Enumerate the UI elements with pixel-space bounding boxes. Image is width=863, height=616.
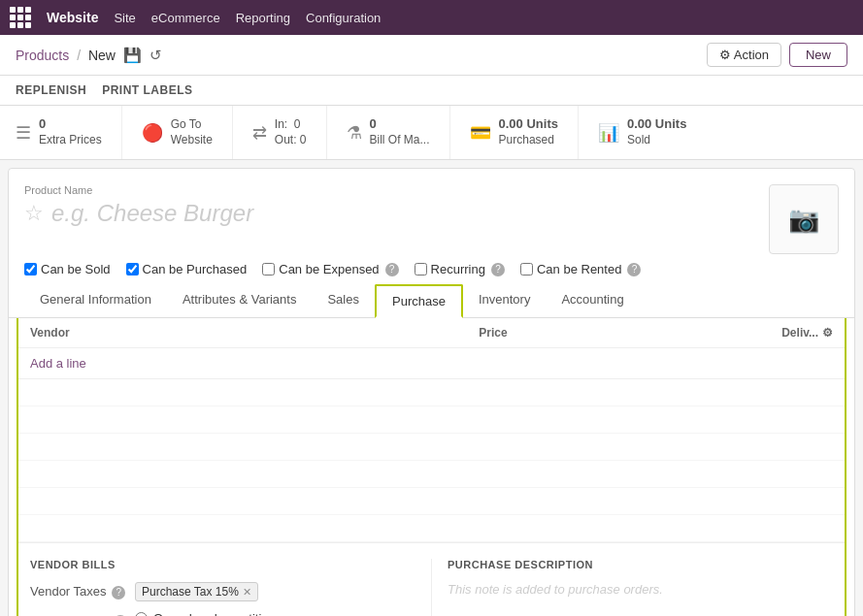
extra-prices-num: 0 <box>39 116 102 133</box>
top-nav: Website Site eCommerce Reporting Configu… <box>0 0 863 35</box>
transfer-icon: ⇄ <box>252 122 267 144</box>
purchased-num: 0.00 Units <box>499 116 558 133</box>
app-grid-icon[interactable] <box>10 7 31 28</box>
bom-label: Bill Of Ma... <box>370 133 430 148</box>
empty-row-4 <box>18 461 845 488</box>
stat-in-out[interactable]: ⇄ In: 0 Out: 0 <box>233 106 327 159</box>
recurring-help-icon[interactable]: ? <box>491 263 505 276</box>
col-vendor: Vendor <box>18 318 293 348</box>
can-be-expensed-checkbox[interactable]: Can be Expensed ? <box>262 262 398 276</box>
stat-extra-prices[interactable]: ☰ 0 Extra Prices <box>16 106 122 159</box>
tab-accounting[interactable]: Accounting <box>546 284 639 318</box>
breadcrumb-parent[interactable]: Products <box>16 48 69 63</box>
add-line-row: Add a line <box>18 348 845 379</box>
settings-col-icon[interactable]: ⚙ <box>822 326 833 340</box>
empty-row-2 <box>18 406 845 434</box>
tab-general-information[interactable]: General Information <box>24 284 167 318</box>
can-be-rented-checkbox[interactable]: Can be Rented ? <box>520 262 641 276</box>
nav-items: Site eCommerce Reporting Configuration <box>114 11 381 25</box>
radio-ordered-quantities[interactable]: On ordered quantities <box>135 611 415 616</box>
product-info: Product Name ☆ e.g. Cheese Burger <box>24 184 769 227</box>
nav-reporting[interactable]: Reporting <box>236 11 290 25</box>
breadcrumb-right: ⚙ Action New <box>707 43 847 67</box>
tax-tag-remove-icon[interactable]: ✕ <box>243 586 251 599</box>
vendor-taxes-row: Vendor Taxes ? Purchase Tax 15% ✕ <box>30 582 415 601</box>
bom-icon: ⚗ <box>347 122 362 144</box>
save-icon[interactable]: 💾 <box>123 47 142 64</box>
sold-label: Sold <box>627 133 686 148</box>
tab-purchase[interactable]: Purchase <box>375 284 463 318</box>
action-button[interactable]: ⚙ Action <box>707 43 781 67</box>
favorite-star-icon[interactable]: ☆ <box>24 201 44 226</box>
vendor-taxes-help-icon[interactable]: ? <box>112 586 125 600</box>
section-divider: VENDOR BILLS Vendor Taxes ? Purchase Tax… <box>18 542 845 616</box>
vendor-taxes-label: Vendor Taxes ? <box>30 582 127 600</box>
control-policy-row: Control Policy ? On ordered quantities O… <box>30 611 415 616</box>
purchase-description-section: PURCHASE DESCRIPTION This note is added … <box>432 559 833 616</box>
camera-icon: 📷 <box>788 205 819 235</box>
in-label: In: 0 <box>275 117 307 133</box>
sold-icon: 📊 <box>598 122 619 144</box>
breadcrumb-current: New <box>88 48 116 63</box>
stat-bom[interactable]: ⚗ 0 Bill Of Ma... <box>327 106 450 159</box>
can-be-purchased-checkbox[interactable]: Can be Purchased <box>126 262 248 276</box>
app-name[interactable]: Website <box>47 10 98 25</box>
vendor-taxes-value: Purchase Tax 15% ✕ <box>135 582 415 601</box>
can-be-sold-checkbox[interactable]: Can be Sold <box>24 262 111 276</box>
control-policy-label: Control Policy ? <box>30 611 127 616</box>
product-image[interactable]: 📷 <box>769 184 839 254</box>
list-icon: ☰ <box>16 122 31 144</box>
new-button[interactable]: New <box>789 43 847 67</box>
empty-row-3 <box>18 434 845 461</box>
bom-num: 0 <box>370 116 430 133</box>
stats-bar: ☰ 0 Extra Prices 🔴 Go To Website ⇄ In: 0… <box>0 106 863 160</box>
action-bar: REPLENISH PRINT LABELS <box>0 76 863 106</box>
breadcrumb-bar: Products / New 💾 ↺ ⚙ Action New <box>0 35 863 76</box>
discard-icon[interactable]: ↺ <box>149 47 162 64</box>
empty-row-5 <box>18 488 845 515</box>
recurring-checkbox[interactable]: Recurring ? <box>415 262 505 276</box>
goto-website-label: Go To <box>171 117 213 133</box>
sold-num: 0.00 Units <box>627 116 686 133</box>
product-name-input: ☆ e.g. Cheese Burger <box>24 200 769 227</box>
vendor-table: Vendor Price Deliv... ⚙ Add a line <box>18 318 845 542</box>
product-name-placeholder[interactable]: e.g. Cheese Burger <box>51 200 253 227</box>
extra-prices-label: Extra Prices <box>39 133 102 148</box>
purchase-description-placeholder[interactable]: This note is added to purchase orders. <box>448 582 833 597</box>
stat-goto-website[interactable]: 🔴 Go To Website <box>122 106 233 159</box>
purchased-icon: 💳 <box>470 122 491 144</box>
breadcrumb-icons: 💾 ↺ <box>123 47 162 64</box>
purchase-tax-tag[interactable]: Purchase Tax 15% ✕ <box>135 582 258 601</box>
out-label: Out: 0 <box>275 133 307 148</box>
product-name-label: Product Name <box>24 184 769 196</box>
expensed-help-icon[interactable]: ? <box>385 263 399 276</box>
stat-purchased[interactable]: 💳 0.00 Units Purchased <box>450 106 579 159</box>
purchase-description-title: PURCHASE DESCRIPTION <box>448 559 833 570</box>
purchased-label: Purchased <box>499 133 558 148</box>
tab-sales[interactable]: Sales <box>312 284 375 318</box>
control-policy-radio-group: On ordered quantities On received quanti… <box>135 611 415 616</box>
tabs-row: General Information Attributes & Variant… <box>9 284 854 318</box>
nav-site[interactable]: Site <box>114 11 135 25</box>
radio-ordered-label: On ordered quantities <box>153 611 275 616</box>
main-content: Product Name ☆ e.g. Cheese Burger 📷 Can … <box>8 168 855 616</box>
nav-ecommerce[interactable]: eCommerce <box>151 11 220 25</box>
tab-attributes-variants[interactable]: Attributes & Variants <box>167 284 313 318</box>
nav-configuration[interactable]: Configuration <box>306 11 381 25</box>
col-delivery: Deliv... ⚙ <box>519 318 845 348</box>
delivery-label: Deliv... <box>781 326 818 340</box>
rented-help-icon[interactable]: ? <box>627 263 641 276</box>
tax-tag-label: Purchase Tax 15% <box>142 585 239 599</box>
tab-content-purchase: Vendor Price Deliv... ⚙ Add a line <box>17 318 846 616</box>
empty-row-1 <box>18 379 845 406</box>
print-labels-button[interactable]: PRINT LABELS <box>102 81 192 99</box>
tab-inventory[interactable]: Inventory <box>463 284 546 318</box>
goto-website-label2: Website <box>171 133 213 148</box>
stat-sold[interactable]: 📊 0.00 Units Sold <box>579 106 706 159</box>
empty-row-6 <box>18 515 845 542</box>
col-price: Price <box>293 318 519 348</box>
control-policy-value: On ordered quantities On received quanti… <box>135 611 415 616</box>
website-icon: 🔴 <box>142 122 163 144</box>
add-line-button[interactable]: Add a line <box>30 356 86 371</box>
replenish-button[interactable]: REPLENISH <box>16 81 86 99</box>
